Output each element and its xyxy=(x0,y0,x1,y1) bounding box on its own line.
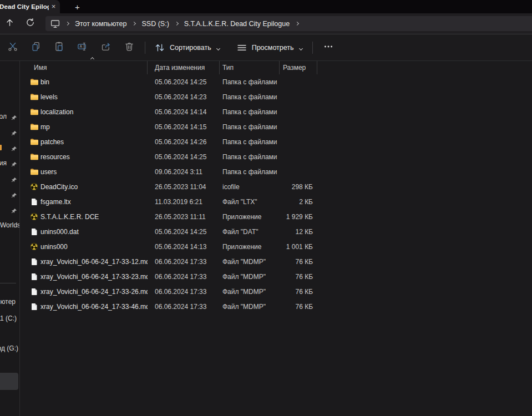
file-date-modified: 05.06.2024 14:23 xyxy=(148,93,220,101)
sidebar-selected-item[interactable] xyxy=(0,373,18,390)
chevron-down-icon xyxy=(216,46,220,50)
view-button[interactable]: Просмотреть xyxy=(231,38,308,57)
file-row[interactable]: resources 05.06.2024 14:25 Папка с файла… xyxy=(20,149,532,164)
file-type: icofile xyxy=(220,183,280,191)
sidebar-item-label: ия xyxy=(0,159,7,167)
file-date-modified: 09.06.2024 3:11 xyxy=(148,168,220,176)
sidebar-pinned-item[interactable] xyxy=(0,205,19,215)
file-type: Папка с файлами xyxy=(220,123,280,131)
sidebar-drive-item[interactable]: вод (G:) xyxy=(0,344,18,352)
file-row[interactable]: patches 05.06.2024 14:26 Папка с файлами xyxy=(20,134,532,149)
file-row[interactable]: S.T.A.L.K.E.R. DCE 26.05.2023 11:11 Прил… xyxy=(20,209,532,224)
new-tab-button[interactable]: + xyxy=(70,0,85,13)
file-type: Папка с файлами xyxy=(220,93,280,101)
pin-icon xyxy=(11,191,17,201)
column-header-size[interactable]: Размер xyxy=(280,61,317,74)
delete-button[interactable] xyxy=(118,38,141,57)
sidebar-pinned-item[interactable] xyxy=(0,128,19,137)
rename-button[interactable]: A xyxy=(71,38,94,57)
sidebar-item-label: ол xyxy=(0,113,7,120)
chevron-down-icon xyxy=(299,46,303,50)
folder-icon xyxy=(30,168,38,176)
copy-icon xyxy=(31,41,42,54)
tab-title: Dead City Epilogu xyxy=(0,3,49,10)
sidebar-pinned-item[interactable] xyxy=(0,190,19,199)
pin-icon xyxy=(11,144,17,154)
folder-icon xyxy=(30,78,38,86)
file-row[interactable]: bin 05.06.2024 14:25 Папка с файлами xyxy=(20,74,532,89)
file-type: Файл "LTX" xyxy=(220,198,280,206)
refresh-icon xyxy=(26,18,35,29)
folder-icon xyxy=(30,123,38,131)
file-row[interactable]: unins000.dat 05.06.2024 14:25 Файл "DAT"… xyxy=(20,224,532,239)
file-type: Приложение xyxy=(220,243,280,251)
file-row[interactable]: unins000 05.06.2024 14:13 Приложение 1 0… xyxy=(20,239,532,254)
file-row[interactable]: xray_Vovichi_06-06-24_17-33-12.mdmp 06.0… xyxy=(20,254,532,269)
sidebar-pinned-item[interactable] xyxy=(0,143,19,153)
folder-icon xyxy=(0,145,2,150)
view-label: Просмотреть xyxy=(252,44,294,52)
folder-icon xyxy=(30,138,38,146)
file-name: xray_Vovichi_06-06-24_17-33-26.mdmp xyxy=(40,288,148,296)
sort-button[interactable]: Сортировать xyxy=(149,38,226,57)
breadcrumb-item[interactable]: S.T.A.L.K.E.R. Dead City Epilogue xyxy=(184,20,290,28)
file-date-modified: 26.05.2023 11:11 xyxy=(148,213,220,221)
file-row[interactable]: xray_Vovichi_06-06-24_17-33-46.mdmp 06.0… xyxy=(20,299,532,314)
sort-arrows-icon xyxy=(154,42,165,53)
refresh-button[interactable] xyxy=(22,16,38,32)
close-tab-icon[interactable]: × xyxy=(49,2,58,12)
tab-bar: Dead City Epilogu × + xyxy=(0,0,532,13)
cut-button[interactable] xyxy=(1,38,24,57)
share-button[interactable] xyxy=(94,38,118,57)
toolbar-divider xyxy=(145,42,145,54)
file-row[interactable]: mp 05.06.2024 14:15 Папка с файлами xyxy=(20,119,532,134)
radiation-icon xyxy=(30,243,38,251)
sidebar-pinned-item[interactable]: Worlds S xyxy=(0,221,19,230)
sidebar-pinned-item[interactable] xyxy=(0,174,19,184)
file-row[interactable]: xray_Vovichi_06-06-24_17-33-23.mdmp 06.0… xyxy=(20,269,532,284)
file-date-modified: 26.05.2023 11:04 xyxy=(148,183,220,191)
file-type: Приложение xyxy=(220,213,280,221)
address-bar[interactable]: Этот компьютер SSD (S:) S.T.A.L.K.E.R. D… xyxy=(45,16,532,31)
file-date-modified: 05.06.2024 14:15 xyxy=(148,123,220,131)
column-header-type[interactable]: Тип xyxy=(220,61,280,74)
folder-icon xyxy=(30,153,38,161)
document-icon xyxy=(30,198,38,206)
sidebar-pinned-item[interactable]: ия xyxy=(0,159,19,168)
breadcrumb-item[interactable]: SSD (S:) xyxy=(141,20,169,28)
cut-icon xyxy=(7,41,18,54)
paste-icon xyxy=(54,41,65,54)
explorer-tab[interactable]: Dead City Epilogu × xyxy=(0,0,60,13)
file-row[interactable]: users 09.06.2024 3:11 Папка с файлами xyxy=(20,164,532,179)
sidebar-drive-item[interactable]: ютер xyxy=(1,298,16,306)
file-row[interactable]: fsgame.ltx 11.03.2019 6:21 Файл "LTX" 2 … xyxy=(20,194,532,209)
file-row[interactable]: DeadCity.ico 26.05.2023 11:04 icofile 29… xyxy=(20,179,532,194)
file-type: Папка с файлами xyxy=(220,153,280,161)
breadcrumb-item[interactable]: Этот компьютер xyxy=(75,20,126,28)
sidebar-divider xyxy=(0,283,16,283)
sidebar-pinned-item[interactable]: ол xyxy=(0,112,19,121)
column-header-name[interactable]: Имя xyxy=(20,61,148,74)
up-arrow-icon xyxy=(5,18,14,29)
file-row[interactable]: localization 05.06.2024 14:14 Папка с фа… xyxy=(20,104,532,119)
sidebar-drive-item[interactable]: 11 (C:) xyxy=(0,314,17,322)
file-name: patches xyxy=(40,138,64,146)
breadcrumb-chevron-icon xyxy=(65,22,69,26)
up-button[interactable] xyxy=(1,16,18,32)
column-header-date[interactable]: Дата изменения xyxy=(148,61,220,74)
file-row[interactable]: xray_Vovichi_06-06-24_17-33-26.mdmp 06.0… xyxy=(20,284,532,299)
document-icon xyxy=(30,288,38,296)
radiation-icon xyxy=(30,213,38,221)
file-date-modified: 06.06.2024 17:33 xyxy=(148,303,220,311)
file-size: 76 КБ xyxy=(280,258,317,266)
paste-button[interactable] xyxy=(48,38,71,57)
file-type: Файл "MDMP" xyxy=(220,288,280,296)
file-date-modified: 05.06.2024 14:13 xyxy=(148,243,220,251)
copy-button[interactable] xyxy=(24,38,48,57)
file-row[interactable]: levels 05.06.2024 14:23 Папка с файлами xyxy=(20,89,532,104)
file-date-modified: 05.06.2024 14:25 xyxy=(148,78,220,86)
more-button[interactable] xyxy=(317,38,340,57)
pin-icon xyxy=(11,160,17,170)
file-date-modified: 05.06.2024 14:25 xyxy=(148,153,220,161)
file-name: mp xyxy=(40,123,50,131)
